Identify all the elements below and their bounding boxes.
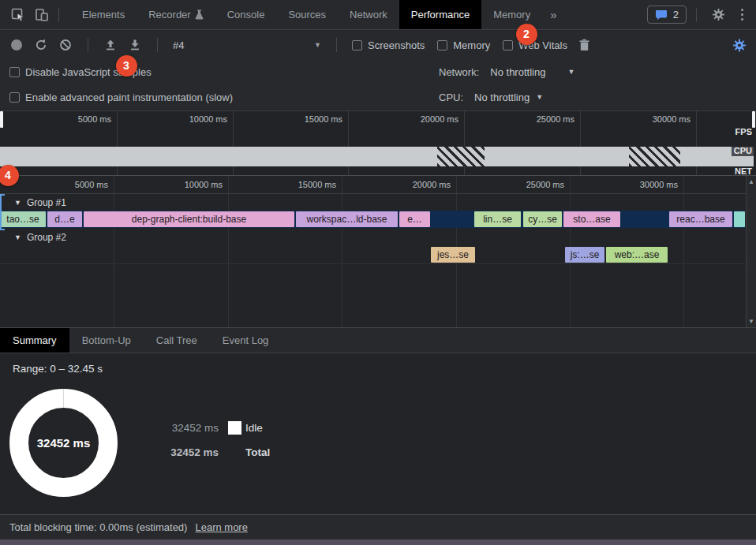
tab-performance[interactable]: Performance [399, 0, 481, 29]
flame-tick-label: 15000 ms [298, 180, 336, 189]
flame-event-bar[interactable]: lin…se [474, 211, 521, 227]
checkbox-box [437, 40, 447, 50]
overview-left-handle[interactable] [0, 111, 3, 128]
legend-value: 32452 ms [162, 422, 219, 434]
flame-event-bar[interactable]: e… [399, 211, 430, 227]
details-tabbar: SummaryBottom-UpCall TreeEvent Log [0, 327, 756, 353]
flame-event-bar[interactable]: js:…se [565, 247, 604, 263]
settings-gear-icon[interactable] [706, 5, 730, 25]
chevron-down-icon[interactable]: ▼ [567, 68, 574, 76]
advanced-paint-checkbox[interactable]: Enable advanced paint instrumentation (s… [9, 91, 233, 103]
clear-button[interactable] [58, 38, 73, 52]
checkbox-label: Enable advanced paint instrumentation (s… [25, 91, 233, 103]
screenshots-checkbox[interactable]: Screenshots [352, 39, 425, 51]
summary-pane: Range: 0 – 32.45 s 32452 ms 32452 msIdle… [0, 354, 756, 514]
capture-settings-gear-icon[interactable] [732, 38, 747, 52]
divider [157, 38, 158, 52]
group-label: Group #1 [27, 197, 66, 208]
flame-event-bar[interactable]: sto…ase [563, 211, 620, 227]
track-row-1: tao…sed…edep-graph-client:build-basework… [0, 211, 745, 228]
flame-event-bar[interactable]: reac…base [669, 211, 732, 227]
tab-memory[interactable]: Memory [481, 0, 542, 29]
flame-row-divider [0, 263, 745, 264]
tab-label: Recorder [148, 9, 190, 21]
flame-event-bar[interactable]: dep-graph-client:build-base [84, 211, 294, 227]
details-tab-event-log[interactable]: Event Log [210, 328, 282, 353]
tab-recorder[interactable]: Recorder [137, 0, 215, 29]
checkbox-box [9, 67, 20, 77]
chevron-down-icon[interactable]: ▼ [536, 93, 543, 101]
flame-event-bar[interactable]: tao…se [0, 211, 46, 227]
cpu-hatch-region [629, 147, 680, 166]
checkbox-box [9, 92, 20, 103]
overview-tick-label: 25000 ms [537, 114, 574, 124]
donut-total-label: 32452 ms [9, 389, 118, 497]
cpu-throttling-select[interactable]: No throttling [474, 91, 530, 103]
learn-more-link[interactable]: Learn more [195, 521, 247, 533]
inspect-element-icon[interactable] [6, 5, 30, 25]
timeline-overview[interactable]: 5000 ms10000 ms15000 ms20000 ms25000 ms3… [0, 110, 756, 175]
details-tab-bottom-up[interactable]: Bottom-Up [69, 328, 144, 353]
checkbox-box [503, 40, 513, 50]
record-button[interactable] [9, 38, 24, 52]
tbt-text: Total blocking time: 0.00ms (estimated) [9, 521, 187, 533]
details-tab-call-tree[interactable]: Call Tree [144, 328, 210, 353]
flame-event-bar[interactable]: cy…se [523, 211, 562, 227]
scroll-down-icon[interactable]: ▼ [748, 318, 754, 325]
lane-label-net: NET [732, 166, 754, 175]
trash-icon[interactable] [578, 38, 592, 52]
flame-tick-label: 30000 ms [640, 180, 678, 189]
summary-legend: 32452 msIdle32452 msTotal [162, 421, 270, 458]
flame-event-bar[interactable]: workspac…ld-base [296, 211, 398, 227]
flame-tick-label: 25000 ms [526, 180, 564, 189]
checkbox-box [352, 40, 362, 50]
flame-event-bar[interactable] [734, 211, 745, 227]
more-options-icon[interactable] [735, 9, 750, 21]
overview-tick-label: 20000 ms [421, 114, 458, 124]
flame-scrollbar[interactable]: ▲ ▼ [746, 176, 756, 327]
load-profile-icon[interactable] [103, 38, 118, 52]
scroll-up-icon[interactable]: ▲ [748, 178, 754, 185]
device-toolbar-icon[interactable] [30, 5, 54, 25]
lane-label-fps: FPS [733, 127, 754, 137]
tab-elements[interactable]: Elements [70, 0, 137, 29]
flame-tick-label: 10000 ms [185, 180, 223, 189]
flame-event-bar[interactable]: jes…se [431, 247, 475, 263]
history-select[interactable]: #4 ▼ [173, 39, 321, 51]
tab-label: Elements [82, 9, 125, 21]
more-tabs-button[interactable]: » [542, 8, 564, 21]
network-throttling-select[interactable]: No throttling [490, 66, 545, 78]
group-selection-bracket [0, 194, 5, 230]
tab-console[interactable]: Console [215, 0, 277, 29]
annotation-badge-4: 4 [0, 165, 19, 186]
tab-label: Console [227, 9, 265, 21]
network-throttling-label: Network: [439, 66, 479, 78]
save-profile-icon[interactable] [128, 38, 142, 52]
window-edge-strip [0, 539, 756, 545]
flame-event-bar[interactable]: web:…ase [606, 247, 668, 263]
divider [336, 38, 337, 52]
performance-toolbar: #4 ▼ ScreenshotsMemoryWeb Vitals [0, 31, 756, 59]
details-tab-summary[interactable]: Summary [0, 328, 69, 353]
tab-label: Performance [411, 9, 470, 21]
legend-label: Idle [245, 422, 270, 434]
annotation-badge-3: 3 [116, 55, 137, 77]
tab-sources[interactable]: Sources [276, 0, 338, 29]
group-header-2[interactable]: ▼Group #2 [0, 230, 66, 245]
legend-label: Total [245, 446, 270, 458]
group-header-1[interactable]: ▼Group #1 [0, 196, 66, 210]
flame-event-bar[interactable]: d…e [47, 211, 82, 227]
overview-tick-label: 30000 ms [653, 114, 691, 124]
issues-counter[interactable]: 2 [647, 6, 687, 24]
memory-checkbox[interactable]: Memory [437, 39, 490, 51]
overview-tick-label: 15000 ms [305, 114, 342, 124]
flame-chart[interactable]: 5000 ms10000 ms15000 ms20000 ms25000 ms3… [0, 175, 756, 327]
overview-right-handle[interactable] [752, 111, 755, 128]
tab-network[interactable]: Network [338, 0, 399, 29]
legend-value: 32452 ms [162, 446, 219, 458]
history-select-value: #4 [173, 39, 184, 51]
lane-label-cpu: CPU [732, 146, 754, 156]
devtools-tabbar: ElementsRecorderConsoleSourcesNetworkPer… [0, 0, 756, 30]
reload-and-record-button[interactable] [34, 38, 48, 52]
overview-tick-label: 10000 ms [189, 114, 227, 124]
